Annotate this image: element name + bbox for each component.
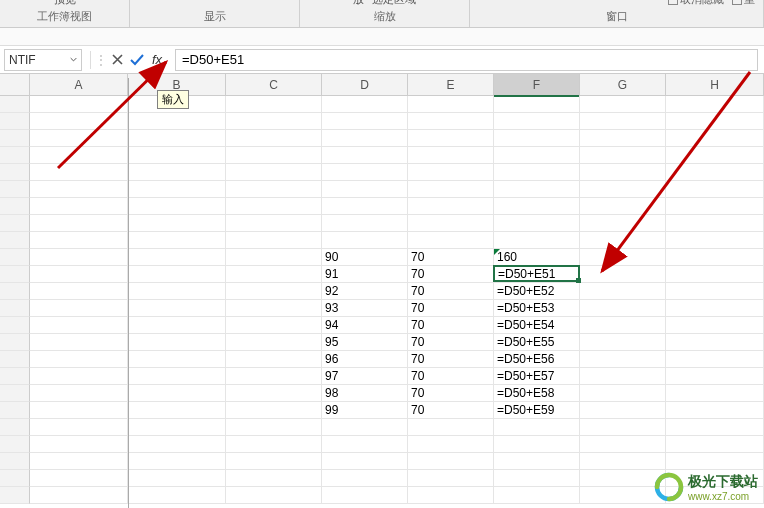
row-header[interactable]: [0, 402, 30, 419]
cell[interactable]: 91: [322, 266, 408, 283]
cell[interactable]: [226, 419, 322, 436]
cell[interactable]: [226, 402, 322, 419]
cell[interactable]: [408, 198, 494, 215]
cell[interactable]: [408, 419, 494, 436]
cell[interactable]: [128, 402, 226, 419]
cell[interactable]: [494, 164, 580, 181]
cell[interactable]: [580, 453, 666, 470]
cell[interactable]: =D50+E56: [494, 351, 580, 368]
cell[interactable]: [408, 215, 494, 232]
cell[interactable]: [408, 147, 494, 164]
cell[interactable]: [408, 232, 494, 249]
row-header[interactable]: [0, 419, 30, 436]
cell[interactable]: [494, 453, 580, 470]
row-header[interactable]: [0, 215, 30, 232]
row-header[interactable]: [0, 164, 30, 181]
cell[interactable]: [494, 487, 580, 504]
cell[interactable]: [30, 453, 128, 470]
cell[interactable]: [226, 113, 322, 130]
row-header[interactable]: [0, 368, 30, 385]
cell[interactable]: [408, 113, 494, 130]
row-header[interactable]: [0, 249, 30, 266]
cell[interactable]: 99: [322, 402, 408, 419]
cell[interactable]: [226, 470, 322, 487]
cell[interactable]: 70: [408, 317, 494, 334]
column-header-C[interactable]: C: [226, 74, 322, 96]
cell[interactable]: [128, 368, 226, 385]
cell[interactable]: [226, 334, 322, 351]
cell[interactable]: [30, 368, 128, 385]
row-header[interactable]: [0, 351, 30, 368]
cell[interactable]: [494, 470, 580, 487]
cell[interactable]: [30, 266, 128, 283]
row-header[interactable]: [0, 300, 30, 317]
cell[interactable]: [494, 147, 580, 164]
cell[interactable]: [322, 470, 408, 487]
cell[interactable]: [128, 436, 226, 453]
cell[interactable]: [322, 487, 408, 504]
row-header[interactable]: [0, 198, 30, 215]
cell[interactable]: =D50+E52: [494, 283, 580, 300]
cell[interactable]: 70: [408, 402, 494, 419]
cell[interactable]: [226, 215, 322, 232]
column-header-E[interactable]: E: [408, 74, 494, 96]
cell[interactable]: [128, 470, 226, 487]
cell[interactable]: [666, 419, 764, 436]
cell[interactable]: [226, 487, 322, 504]
cell[interactable]: [494, 130, 580, 147]
row-header[interactable]: [0, 436, 30, 453]
row-header[interactable]: [0, 113, 30, 130]
cell[interactable]: 92: [322, 283, 408, 300]
row-header[interactable]: [0, 453, 30, 470]
cell[interactable]: [322, 96, 408, 113]
cell[interactable]: [128, 385, 226, 402]
row-header[interactable]: [0, 147, 30, 164]
cell[interactable]: [30, 249, 128, 266]
row-header[interactable]: [0, 96, 30, 113]
cell[interactable]: [322, 198, 408, 215]
cell[interactable]: [408, 164, 494, 181]
cell[interactable]: [322, 130, 408, 147]
cell[interactable]: [494, 198, 580, 215]
cell[interactable]: 70: [408, 300, 494, 317]
cell[interactable]: 94: [322, 317, 408, 334]
cell[interactable]: [226, 385, 322, 402]
cell[interactable]: [666, 317, 764, 334]
row-header[interactable]: [0, 130, 30, 147]
cell[interactable]: [226, 181, 322, 198]
cell[interactable]: [30, 283, 128, 300]
cell[interactable]: [30, 470, 128, 487]
cell[interactable]: [408, 453, 494, 470]
cell[interactable]: 70: [408, 283, 494, 300]
cell[interactable]: [128, 181, 226, 198]
cell[interactable]: [322, 181, 408, 198]
cell[interactable]: [322, 164, 408, 181]
column-header-F[interactable]: F: [494, 74, 580, 96]
cell[interactable]: [580, 300, 666, 317]
cell[interactable]: 70: [408, 351, 494, 368]
cell[interactable]: [666, 334, 764, 351]
cell[interactable]: [226, 96, 322, 113]
cell[interactable]: [226, 300, 322, 317]
row-header[interactable]: [0, 470, 30, 487]
cell[interactable]: [128, 317, 226, 334]
cell[interactable]: [30, 300, 128, 317]
cell[interactable]: [30, 419, 128, 436]
cell[interactable]: =D50+E59: [494, 402, 580, 419]
zoom-btn-partial[interactable]: 放: [353, 0, 364, 7]
row-header[interactable]: [0, 487, 30, 504]
cell[interactable]: [322, 113, 408, 130]
cell[interactable]: [322, 215, 408, 232]
cell[interactable]: 93: [322, 300, 408, 317]
cell[interactable]: [580, 317, 666, 334]
cell[interactable]: [226, 147, 322, 164]
cell[interactable]: [226, 283, 322, 300]
cell[interactable]: [580, 368, 666, 385]
cell[interactable]: [30, 334, 128, 351]
cell[interactable]: [30, 181, 128, 198]
cell[interactable]: [408, 470, 494, 487]
cell[interactable]: [494, 113, 580, 130]
cell[interactable]: [322, 419, 408, 436]
cell[interactable]: [226, 130, 322, 147]
cell[interactable]: [226, 232, 322, 249]
